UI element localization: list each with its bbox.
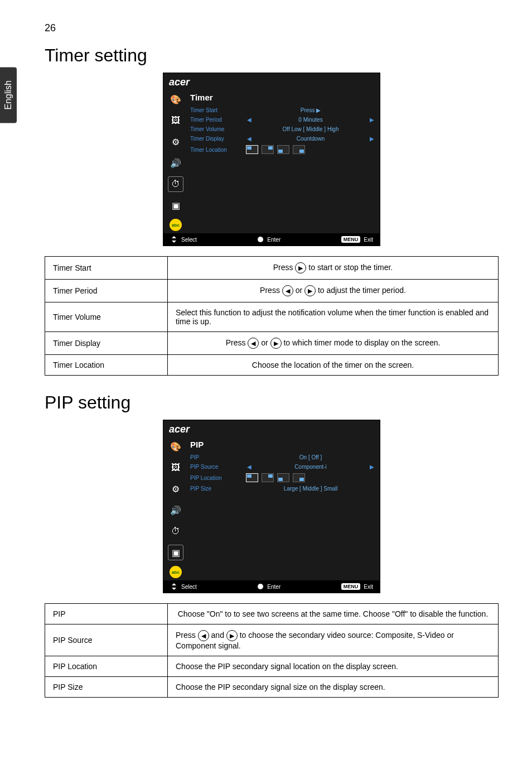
up-down-arrows-icon: [170, 583, 178, 590]
page-number: 26: [45, 22, 499, 34]
pip-osd-screen: acer 🎨 🖼 ⚙ 🔊 ⏱ ▣ abc PIP PIP On [ Off ] …: [163, 420, 380, 593]
acer-logo: acer: [163, 73, 380, 89]
timer-icon[interactable]: ⏱: [168, 523, 183, 539]
svg-point-5: [258, 584, 263, 589]
location-top-left[interactable]: [246, 473, 258, 482]
osd-footer: Select Enter MENU Exit: [163, 580, 380, 593]
table-row: PIP Size Choose the PIP secondary signal…: [45, 677, 499, 698]
osd-row-pip[interactable]: PIP On [ Off ]: [190, 453, 375, 462]
location-top-left[interactable]: [246, 145, 258, 154]
osd-row-timer-display[interactable]: Timer Display ◀ Countdown ▶: [190, 134, 375, 143]
location-bottom-right[interactable]: [293, 145, 305, 154]
svg-point-2: [258, 237, 263, 242]
osd-row-pip-source[interactable]: PIP Source ◀ Component-i ▶: [190, 462, 375, 472]
up-down-arrows-icon: [170, 236, 178, 243]
acer-logo: acer: [163, 420, 380, 436]
speaker-icon[interactable]: 🔊: [168, 502, 183, 518]
osd-sidebar-icons: 🎨 🖼 ⚙ 🔊 ⏱ ▣ abc: [163, 89, 188, 233]
menu-badge: MENU: [341, 236, 361, 243]
location-bottom-left[interactable]: [277, 473, 289, 482]
osd-title: PIP: [190, 436, 375, 453]
speaker-icon[interactable]: 🔊: [168, 155, 183, 171]
timer-heading: Timer setting: [45, 45, 499, 66]
table-row: PIP Choose "On" to to see two screens at…: [45, 604, 499, 624]
image-icon[interactable]: 🖼: [168, 113, 183, 128]
language-icon[interactable]: abc: [170, 219, 182, 231]
osd-row-timer-start[interactable]: Timer Start Press ▶: [190, 105, 375, 115]
language-tab: English: [0, 67, 17, 123]
pip-icon[interactable]: ▣: [168, 545, 183, 560]
svg-marker-0: [172, 236, 176, 238]
table-row: Timer Location Choose the location of th…: [45, 355, 499, 376]
table-row: Timer Display Press ◀ or ▶ to which time…: [45, 332, 499, 355]
svg-marker-4: [172, 588, 176, 590]
language-icon[interactable]: abc: [170, 566, 182, 578]
settings-icon[interactable]: ⚙: [168, 481, 183, 497]
palette-icon[interactable]: 🎨: [168, 439, 183, 454]
osd-row-pip-location[interactable]: PIP Location: [190, 472, 375, 484]
left-arrow-icon: ◀: [198, 630, 209, 641]
image-icon[interactable]: 🖼: [168, 460, 183, 475]
left-arrow-icon: ◀: [282, 285, 293, 296]
settings-icon[interactable]: ⚙: [168, 134, 183, 150]
osd-row-timer-period[interactable]: Timer Period ◀ 0 Minutes ▶: [190, 115, 375, 124]
osd-title: Timer: [190, 89, 375, 105]
osd-footer: Select Enter MENU Exit: [163, 233, 380, 246]
location-top-right[interactable]: [262, 145, 274, 154]
pip-description-table: PIP Choose "On" to to see two screens at…: [45, 603, 499, 698]
right-arrow-icon: ▶: [304, 285, 316, 296]
svg-marker-1: [172, 241, 176, 243]
table-row: Timer Period Press ◀ or ▶ to adjust the …: [45, 280, 499, 302]
timer-description-table: Timer Start Press ▶ to start or stop the…: [45, 256, 499, 376]
enter-icon: [257, 236, 264, 243]
osd-row-timer-location[interactable]: Timer Location: [190, 143, 375, 156]
enter-icon: [257, 583, 264, 590]
table-row: Timer Volume Select this function to adj…: [45, 302, 499, 332]
osd-row-pip-size[interactable]: PIP Size Large [ Middle ] Small: [190, 484, 375, 493]
osd-sidebar-icons: 🎨 🖼 ⚙ 🔊 ⏱ ▣ abc: [163, 436, 188, 580]
table-row: PIP Source Press ◀ and ▶ to choose the s…: [45, 624, 499, 656]
location-top-right[interactable]: [262, 473, 274, 482]
left-arrow-icon: ◀: [248, 338, 259, 349]
table-row: Timer Start Press ▶ to start or stop the…: [45, 257, 499, 280]
location-bottom-right[interactable]: [293, 473, 305, 482]
right-arrow-icon: ▶: [295, 262, 306, 273]
timer-osd-screen: acer 🎨 🖼 ⚙ 🔊 ⏱ ▣ abc Timer Timer Start P…: [163, 73, 380, 246]
right-arrow-icon: ▶: [226, 630, 238, 641]
menu-badge: MENU: [341, 583, 361, 590]
right-arrow-icon: ▶: [270, 338, 282, 349]
table-row: PIP Location Choose the PIP secondary si…: [45, 656, 499, 677]
svg-marker-3: [172, 583, 176, 585]
osd-row-timer-volume[interactable]: Timer Volume Off Low [ Middle ] High: [190, 124, 375, 134]
timer-icon[interactable]: ⏱: [168, 176, 183, 192]
palette-icon[interactable]: 🎨: [168, 92, 183, 107]
pip-heading: PIP setting: [45, 392, 499, 413]
location-bottom-left[interactable]: [277, 145, 289, 154]
pip-icon[interactable]: ▣: [168, 198, 183, 213]
